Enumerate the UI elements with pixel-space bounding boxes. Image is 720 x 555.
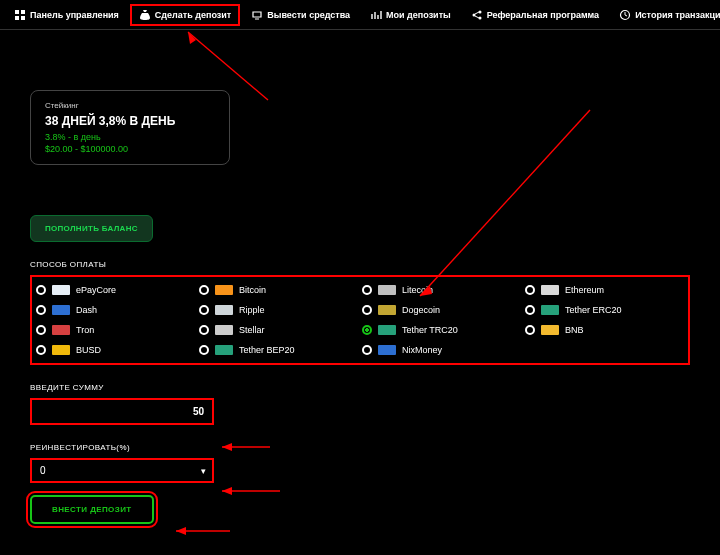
amount-input[interactable] — [30, 398, 214, 425]
radio-icon — [525, 285, 535, 295]
radio-icon — [199, 285, 209, 295]
radio-icon — [199, 325, 209, 335]
plan-label: Стейкинг — [45, 101, 215, 110]
payment-method-option[interactable]: Tether TRC20 — [362, 323, 521, 337]
radio-icon — [199, 345, 209, 355]
payment-logo-icon — [215, 345, 233, 355]
payment-method-label: Bitcoin — [239, 285, 266, 295]
chart-icon — [370, 9, 382, 21]
payment-method-option[interactable]: Bitcoin — [199, 283, 358, 297]
payment-method-option[interactable]: Ripple — [199, 303, 358, 317]
radio-icon — [36, 285, 46, 295]
radio-icon — [36, 325, 46, 335]
payment-method-label: Tron — [76, 325, 94, 335]
payment-logo-icon — [52, 345, 70, 355]
radio-icon — [362, 285, 372, 295]
radio-icon — [36, 345, 46, 355]
payment-method-label: BUSD — [76, 345, 101, 355]
payment-method-label: Stellar — [239, 325, 265, 335]
plan-range: $20.00 - $100000.00 — [45, 144, 215, 154]
payment-method-label: Tether ERC20 — [565, 305, 622, 315]
plan-rate: 3.8% - в день — [45, 132, 215, 142]
payment-method-option[interactable]: Stellar — [199, 323, 358, 337]
nav-deposit[interactable]: Сделать депозит — [131, 5, 239, 25]
share-icon — [471, 9, 483, 21]
payment-logo-icon — [215, 305, 233, 315]
payment-logo-icon — [378, 325, 396, 335]
plan-card[interactable]: Стейкинг 38 ДНЕЙ 3,8% В ДЕНЬ 3.8% - в де… — [30, 90, 230, 165]
payment-logo-icon — [541, 285, 559, 295]
payment-method-label: Ethereum — [565, 285, 604, 295]
nav-deposit-label: Сделать депозит — [155, 10, 231, 20]
payment-logo-icon — [378, 345, 396, 355]
payment-method-option[interactable]: Tron — [36, 323, 195, 337]
reinvest-label: РЕИНВЕСТИРОВАТЬ(%) — [30, 443, 690, 452]
payment-method-option[interactable]: BNB — [525, 323, 684, 337]
payment-method-label: Dash — [76, 305, 97, 315]
main-content: Стейкинг 38 ДНЕЙ 3,8% В ДЕНЬ 3.8% - в де… — [0, 30, 720, 534]
payment-method-label: NixMoney — [402, 345, 442, 355]
payment-method-option[interactable]: Tether BEP20 — [199, 343, 358, 357]
payment-method-option[interactable]: Tether ERC20 — [525, 303, 684, 317]
make-deposit-button[interactable]: ВНЕСТИ ДЕПОЗИТ — [30, 495, 154, 524]
dashboard-icon — [14, 9, 26, 21]
nav-withdraw[interactable]: Вывести средства — [243, 5, 358, 25]
svg-rect-3 — [21, 16, 25, 20]
svg-rect-1 — [21, 10, 25, 14]
radio-icon — [36, 305, 46, 315]
history-icon — [619, 9, 631, 21]
payment-method-option[interactable]: Litecoin — [362, 283, 521, 297]
nav-referral[interactable]: Реферальная программа — [463, 5, 607, 25]
nav-dashboard-label: Панель управления — [30, 10, 119, 20]
payment-logo-icon — [215, 285, 233, 295]
payment-logo-icon — [378, 285, 396, 295]
payment-method-label: Tether TRC20 — [402, 325, 458, 335]
radio-icon — [525, 305, 535, 315]
money-bag-icon — [139, 9, 151, 21]
nav-history[interactable]: История транзакций — [611, 5, 720, 25]
radio-icon — [525, 325, 535, 335]
radio-icon — [362, 325, 372, 335]
svg-rect-0 — [15, 10, 19, 14]
payment-method-label: ePayCore — [76, 285, 116, 295]
payment-logo-icon — [215, 325, 233, 335]
topup-balance-button[interactable]: ПОПОЛНИТЬ БАЛАНС — [30, 215, 153, 242]
payment-method-label: Tether BEP20 — [239, 345, 295, 355]
payment-logo-icon — [52, 285, 70, 295]
payment-method-grid: ePayCoreBitcoinLitecoinEthereumDashRippl… — [30, 275, 690, 365]
payment-method-option[interactable]: Dogecoin — [362, 303, 521, 317]
payment-method-label: BNB — [565, 325, 584, 335]
radio-icon — [362, 305, 372, 315]
reinvest-select[interactable]: 0 — [30, 458, 214, 483]
plan-title: 38 ДНЕЙ 3,8% В ДЕНЬ — [45, 114, 215, 128]
svg-rect-2 — [15, 16, 19, 20]
payment-method-label: Litecoin — [402, 285, 433, 295]
payment-method-option[interactable]: ePayCore — [36, 283, 195, 297]
payment-method-label: Ripple — [239, 305, 265, 315]
nav-withdraw-label: Вывести средства — [267, 10, 350, 20]
nav-my-deposits[interactable]: Мои депозиты — [362, 5, 459, 25]
nav-history-label: История транзакций — [635, 10, 720, 20]
payment-method-option[interactable]: Ethereum — [525, 283, 684, 297]
payment-logo-icon — [52, 325, 70, 335]
radio-icon — [199, 305, 209, 315]
payment-method-option[interactable]: Dash — [36, 303, 195, 317]
payment-method-label: Dogecoin — [402, 305, 440, 315]
top-nav: Панель управления Сделать депозит Вывест… — [0, 0, 720, 30]
payment-logo-icon — [541, 305, 559, 315]
payment-logo-icon — [378, 305, 396, 315]
nav-dashboard[interactable]: Панель управления — [6, 5, 127, 25]
payment-logo-icon — [541, 325, 559, 335]
payment-method-option[interactable]: NixMoney — [362, 343, 521, 357]
nav-my-deposits-label: Мои депозиты — [386, 10, 451, 20]
radio-icon — [362, 345, 372, 355]
payment-method-label: СПОСОБ ОПЛАТЫ — [30, 260, 690, 269]
withdraw-icon — [251, 9, 263, 21]
enter-amount-label: ВВЕДИТЕ СУММУ — [30, 383, 690, 392]
nav-referral-label: Реферальная программа — [487, 10, 599, 20]
payment-logo-icon — [52, 305, 70, 315]
payment-method-option[interactable]: BUSD — [36, 343, 195, 357]
